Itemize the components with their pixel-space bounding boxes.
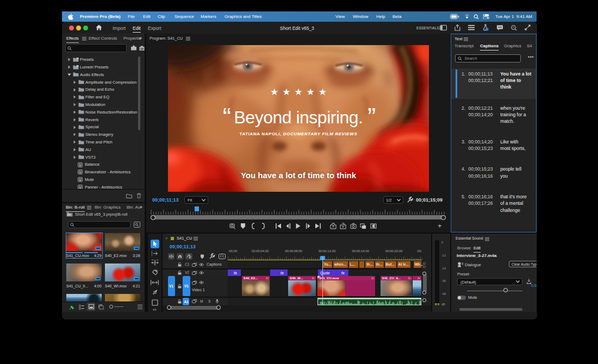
svg-text:32: 32 bbox=[140, 47, 144, 51]
